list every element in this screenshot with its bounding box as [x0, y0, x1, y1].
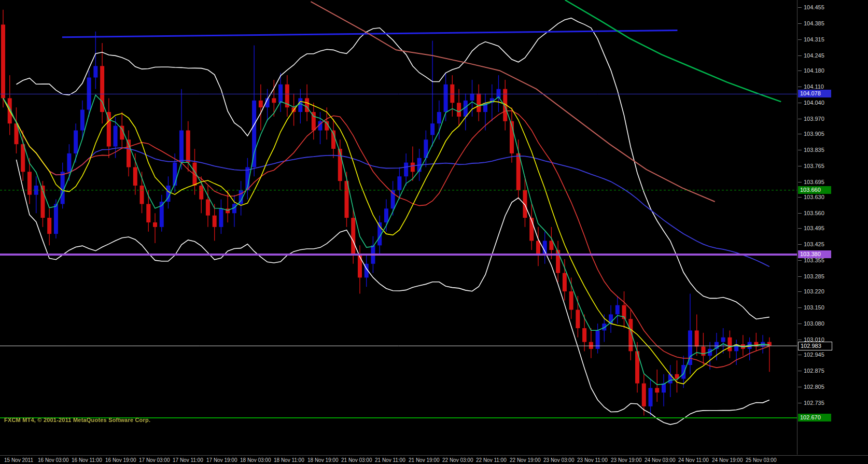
price-tick-label: 104.110: [804, 83, 824, 90]
price-chart-canvas[interactable]: [0, 0, 797, 455]
time-tick-label: 18 Nov 19:00: [307, 457, 339, 463]
copyright-watermark: FXCM MT4, © 2001-2011 MetaQuotes Softwar…: [4, 417, 150, 423]
time-tick-label: 18 Nov 03:00: [240, 457, 271, 463]
time-tick-label: 24 Nov 19:00: [712, 457, 743, 463]
price-tick-label: 102.735: [804, 400, 824, 406]
time-tick-label: 25 Nov 03:00: [746, 457, 777, 463]
price-tick-label: 102.945: [804, 351, 824, 358]
time-tick-label: 15 Nov 2011: [4, 457, 33, 463]
price-tick-label: 103.220: [804, 288, 824, 295]
time-tick-label: 16 Nov 19:00: [105, 457, 136, 463]
price-tick-label: 103.970: [804, 116, 824, 122]
price-tick-label: 104.245: [804, 52, 824, 59]
time-tick-label: 21 Nov 11:00: [375, 457, 405, 463]
time-tick-label: 17 Nov 11:00: [173, 457, 203, 463]
time-axis[interactable]: 15 Nov 201116 Nov 03:0016 Nov 11:0016 No…: [0, 455, 868, 464]
price-tick-label: 103.495: [804, 225, 824, 232]
time-tick-label: 22 Nov 03:00: [442, 457, 473, 463]
price-tick-label: 103.630: [804, 194, 824, 201]
time-tick-label: 22 Nov 11:00: [476, 457, 507, 463]
mt4-chart-window: FXCM MT4, © 2001-2011 MetaQuotes Softwar…: [0, 0, 868, 464]
price-tick-label: 103.765: [804, 163, 824, 170]
time-tick-label: 18 Nov 11:00: [274, 457, 304, 463]
time-tick-label: 22 Nov 19:00: [510, 457, 541, 463]
time-tick-label: 17 Nov 03:00: [139, 457, 170, 463]
green-support-line-label: 102.670: [798, 414, 831, 421]
price-tick-label: 103.150: [804, 304, 824, 311]
price-tick-label: 104.315: [804, 36, 824, 43]
time-tick-label: 23 Nov 11:00: [577, 457, 608, 463]
price-tick-label: 104.040: [804, 100, 824, 106]
price-tick-label: 102.875: [804, 368, 824, 374]
time-tick-label: 24 Nov 11:00: [678, 457, 709, 463]
price-tick-label: 103.560: [804, 210, 824, 217]
time-tick-label: 21 Nov 19:00: [409, 457, 440, 463]
time-tick-label: 23 Nov 19:00: [611, 457, 642, 463]
price-tick-label: 103.695: [804, 179, 824, 186]
current-price-line-label: 102.983: [798, 342, 832, 350]
time-tick-label: 24 Nov 03:00: [645, 457, 676, 463]
time-tick-label: 16 Nov 11:00: [72, 457, 102, 463]
price-tick-label: 103.285: [804, 273, 824, 280]
price-tick-label: 104.455: [804, 4, 824, 11]
time-tick-label: 23 Nov 03:00: [543, 457, 575, 463]
price-tick-label: 102.805: [804, 384, 824, 390]
price-tick-label: 104.385: [804, 20, 824, 27]
time-tick-label: 21 Nov 03:00: [341, 457, 372, 463]
time-tick-label: 16 Nov 03:00: [38, 457, 69, 463]
price-tick-label: 103.905: [804, 131, 824, 137]
chart-plot-area[interactable]: FXCM MT4, © 2001-2011 MetaQuotes Softwar…: [0, 0, 797, 455]
price-tick-label: 103.835: [804, 147, 824, 153]
time-tick-label: 17 Nov 19:00: [206, 457, 237, 463]
price-tick-label: 103.425: [804, 241, 824, 248]
price-axis[interactable]: 104.455104.385104.315104.245104.180104.1…: [797, 0, 868, 455]
price-tick-label: 103.080: [804, 320, 824, 327]
price-tick-label: 104.180: [804, 67, 824, 74]
purple-support-line-label: 103.380: [798, 250, 831, 258]
blue-level-line-label: 104.078: [798, 90, 831, 97]
green-dashed-level-label: 103.660: [798, 186, 831, 194]
